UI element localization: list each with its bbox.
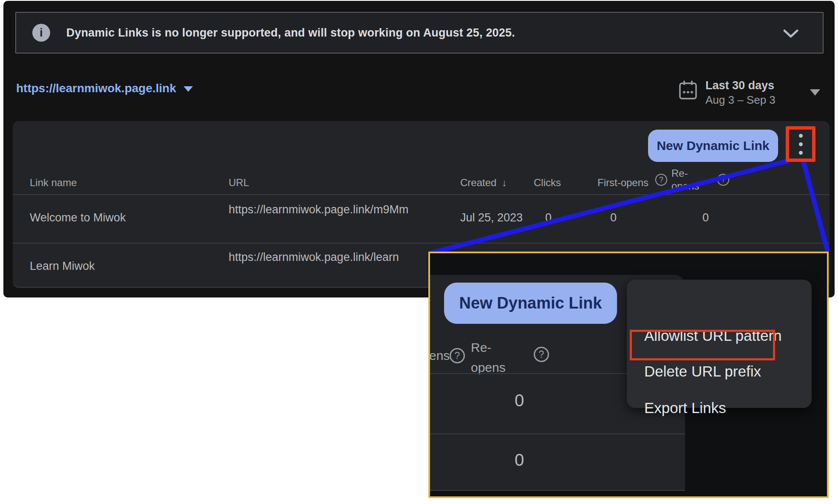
magnified-row-divider xyxy=(430,433,685,434)
menu-item-export-links[interactable]: Export Links xyxy=(644,399,726,417)
date-range-preset: Last 30 days xyxy=(705,78,776,93)
date-range-value: Aug 3 – Sep 3 xyxy=(705,93,776,107)
chevron-down-icon[interactable] xyxy=(783,29,799,39)
re-opens-cell: 0 xyxy=(702,211,709,224)
column-header-created[interactable]: Created ↓ xyxy=(460,177,507,189)
re-opens-help-icon[interactable]: ? xyxy=(717,174,729,186)
column-header-clicks: Clicks xyxy=(534,177,561,189)
screenshot-stage: i Dynamic Links is no longer supported, … xyxy=(0,0,838,504)
magnified-first-opens-tail: ens xyxy=(429,348,450,364)
magnified-re-opens-header: Re- opens xyxy=(471,337,506,377)
delete-url-prefix-highlight-box xyxy=(630,330,775,360)
date-range-picker[interactable]: Last 30 days Aug 3 – Sep 3 xyxy=(705,78,776,107)
deprecation-banner[interactable]: i Dynamic Links is no longer supported, … xyxy=(15,12,824,54)
sort-descending-icon: ↓ xyxy=(502,177,507,188)
magnified-row-value: 0 xyxy=(498,450,541,470)
re-opens-line2: opens xyxy=(671,180,699,193)
help-glyph: ? xyxy=(721,176,725,184)
url-prefix-caret-icon[interactable] xyxy=(184,86,193,92)
deprecation-message: Dynamic Links is no longer supported, an… xyxy=(66,26,515,40)
created-cell: Jul 25, 2023 xyxy=(460,211,523,224)
magnified-re-opens-help-icon: ? xyxy=(534,347,549,362)
zoom-callout-inset: New Dynamic Link ens ? Re- opens ? 0 0 A… xyxy=(428,252,829,498)
column-header-url: URL xyxy=(229,177,249,189)
column-header-re-opens: Re- opens xyxy=(671,167,699,193)
link-url-cell: https://learnmiwok.page.link/learn xyxy=(229,249,418,265)
help-glyph: ? xyxy=(659,176,663,184)
kebab-menu-icon[interactable] xyxy=(799,134,803,155)
clicks-cell: 0 xyxy=(545,211,552,224)
kebab-dropdown-menu: Allowlist URL pattern Delete URL prefix … xyxy=(627,280,812,408)
menu-item-delete-url-prefix[interactable]: Delete URL prefix xyxy=(644,362,761,381)
link-name-cell: Welcome to Miwok xyxy=(30,211,126,224)
column-header-link-name: Link name xyxy=(30,177,77,189)
first-opens-help-icon[interactable]: ? xyxy=(655,174,667,186)
info-icon-glyph: i xyxy=(40,26,43,40)
kebab-menu-highlight-box xyxy=(786,126,815,162)
first-opens-cell: 0 xyxy=(610,211,617,224)
new-dynamic-link-button[interactable]: New Dynamic Link xyxy=(648,130,778,162)
magnified-new-dynamic-link-button[interactable]: New Dynamic Link xyxy=(444,283,617,324)
magnified-row-value: 0 xyxy=(498,391,541,410)
link-url-cell: https://learnmiwok.page.link/m9Mm xyxy=(229,202,418,217)
date-range-caret-icon[interactable] xyxy=(810,89,820,96)
link-name-cell: Learn Miwok xyxy=(30,260,95,273)
re-opens-line1: Re- xyxy=(471,337,506,357)
column-header-first-opens: First-opens xyxy=(597,177,648,189)
info-icon: i xyxy=(32,24,50,42)
help-glyph: ? xyxy=(539,349,544,360)
re-opens-line2: opens xyxy=(471,357,506,377)
calendar-icon[interactable] xyxy=(678,80,698,100)
magnified-first-opens-help-icon: ? xyxy=(450,348,465,363)
help-glyph: ? xyxy=(455,350,460,362)
re-opens-line1: Re- xyxy=(671,167,699,180)
url-prefix-selector[interactable]: https://learnmiwok.page.link xyxy=(16,82,176,95)
table-row[interactable]: Welcome to Miwok https://learnmiwok.page… xyxy=(13,194,830,243)
created-label: Created xyxy=(460,177,496,188)
